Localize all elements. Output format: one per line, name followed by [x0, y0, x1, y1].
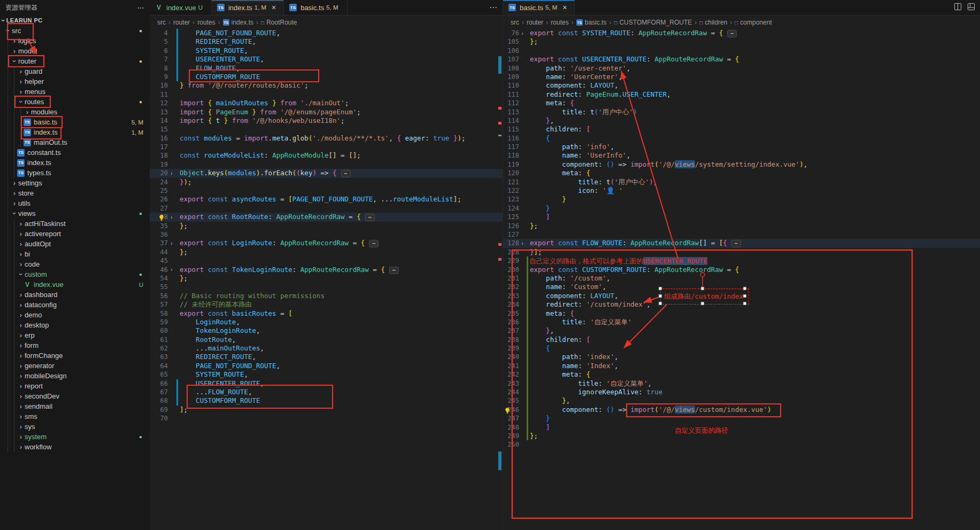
code-line-244[interactable]: 244 ignoreKeepAlive: true	[503, 388, 980, 396]
editor-more-actions-icon[interactable]: ⋯	[484, 3, 503, 12]
line-number[interactable]: 59	[150, 318, 168, 326]
folded-region-ellipsis[interactable]: ⋯	[341, 170, 351, 177]
code-line-61[interactable]: 61 RootRoute,	[150, 336, 503, 344]
line-number[interactable]: 69	[150, 406, 168, 414]
code-line-76[interactable]: 76›export const SYSTEM_ROUTE: AppRouteRe…	[503, 29, 980, 37]
breadcrumb-item-router[interactable]: router	[527, 19, 543, 26]
chevron-right-icon[interactable]: ›	[11, 37, 18, 45]
fold-chevron-icon[interactable]: ›	[168, 214, 175, 220]
tree-item-secondDev[interactable]: ›secondDev	[0, 391, 150, 401]
code-line-116[interactable]: 116 {	[503, 134, 980, 143]
code-line-245[interactable]: 245 },	[503, 396, 980, 405]
tree-item-settings[interactable]: ›settings	[0, 178, 150, 188]
line-number[interactable]: 105	[503, 37, 519, 46]
line-number[interactable]: 239	[503, 344, 519, 353]
code-line-123[interactable]: 123 }	[503, 195, 980, 204]
line-number[interactable]: 26	[150, 195, 168, 204]
line-number[interactable]: 122	[503, 186, 519, 195]
line-number[interactable]: 17	[150, 143, 168, 151]
line-number[interactable]: 68	[150, 396, 168, 405]
code-line-114[interactable]: 114 },	[503, 116, 980, 125]
code-line-70[interactable]: 70	[150, 414, 503, 423]
line-number[interactable]: 7	[150, 55, 168, 64]
code-line-107[interactable]: 107export const USERCENTER_ROUTE: AppRou…	[503, 55, 980, 64]
code-line-18[interactable]: 18const routeModuleList: AppRouteModule[…	[150, 151, 503, 160]
tree-item-mainOut.ts[interactable]: TSmainOut.ts	[0, 137, 150, 147]
line-number[interactable]: 116	[503, 134, 519, 143]
tree-item-form[interactable]: ›form	[0, 340, 150, 350]
line-number[interactable]: 231	[503, 274, 519, 283]
code-line-243[interactable]: 243 title: '自定义菜单',	[503, 379, 980, 388]
line-number[interactable]: 248	[503, 423, 519, 432]
line-number[interactable]: 233	[503, 292, 519, 300]
breadcrumb-item-src[interactable]: src	[511, 19, 519, 26]
breadcrumb-item-router[interactable]: router	[173, 19, 190, 26]
code-line-230[interactable]: 230export const CUSTOMFORM_ROUTE: AppRou…	[503, 266, 980, 274]
tree-item-index.vue[interactable]: Vindex.vueU	[0, 279, 150, 290]
code-line-235[interactable]: 235 meta: {	[503, 309, 980, 318]
line-number[interactable]: 118	[503, 151, 519, 160]
code-line-118[interactable]: 118 name: 'UserInfo',	[503, 151, 980, 160]
code-line-9[interactable]: 9 CUSTOMFORM_ROUTE	[150, 73, 503, 81]
code-line-231[interactable]: 231 path: '/custom',	[503, 274, 980, 283]
chevron-right-icon[interactable]: ›	[17, 220, 25, 228]
code-line-239[interactable]: 239 {	[503, 344, 980, 353]
code-line-125[interactable]: 125 ]	[503, 213, 980, 221]
chevron-right-icon[interactable]: ›	[11, 47, 18, 55]
line-number[interactable]: 57	[150, 300, 168, 309]
code-line-26[interactable]: 26export const asyncRoutes = [PAGE_NOT_F…	[150, 195, 503, 204]
line-number[interactable]: 16	[150, 134, 168, 143]
code-line-247[interactable]: 247 }	[503, 414, 980, 423]
code-line-15[interactable]: 15	[150, 125, 503, 134]
line-number[interactable]: 114	[503, 116, 519, 125]
line-number[interactable]: 245	[503, 396, 519, 405]
tree-item-sendmail[interactable]: ›sendmail	[0, 401, 150, 411]
chevron-right-icon[interactable]: ›	[17, 301, 25, 309]
line-number[interactable]: 70	[150, 414, 168, 423]
code-line-69[interactable]: 69];	[150, 406, 503, 414]
tree-item-report[interactable]: ›report	[0, 381, 150, 391]
line-number[interactable]: 110	[503, 81, 519, 90]
code-line-28[interactable]: 28›export const RootRoute: AppRouteRecor…	[150, 213, 503, 221]
line-number[interactable]: 11	[150, 90, 168, 99]
chevron-right-icon[interactable]: ›	[17, 392, 25, 400]
line-number[interactable]: 250	[503, 440, 519, 449]
code-line-237[interactable]: 237 },	[503, 326, 980, 335]
code-line-67[interactable]: 67 ...FLOW_ROUTE,	[150, 388, 503, 396]
chevron-right-icon[interactable]: ›	[17, 331, 25, 339]
code-line-54[interactable]: 54};	[150, 274, 503, 283]
annotation-route-compose-box[interactable]: 组成路由/custom/index	[660, 289, 749, 305]
chevron-down-icon[interactable]: ›	[17, 271, 25, 278]
chevron-right-icon[interactable]: ›	[17, 433, 25, 441]
code-line-124[interactable]: 124 }	[503, 204, 980, 213]
line-number[interactable]: 229	[503, 256, 519, 265]
breadcrumb-item-routes[interactable]: routes	[197, 19, 215, 26]
code-line-120[interactable]: 120 meta: {	[503, 169, 980, 177]
tree-item-types.ts[interactable]: TStypes.ts	[0, 168, 150, 178]
code-line-240[interactable]: 240 path: 'index',	[503, 353, 980, 361]
tree-item-formChange[interactable]: ›formChange	[0, 350, 150, 361]
split-editor-icon[interactable]	[954, 3, 962, 13]
code-line-121[interactable]: 121 title: t('用户中心'),	[503, 178, 980, 186]
tree-item-sys[interactable]: ›sys	[0, 422, 150, 432]
line-number[interactable]: 13	[150, 108, 168, 116]
code-editor-index-ts[interactable]: 4 PAGE_NOT_FOUND_ROUTE,5 REDIRECT_ROUTE,…	[150, 29, 503, 530]
line-number[interactable]: 106	[503, 46, 519, 55]
chevron-right-icon[interactable]: ›	[17, 311, 25, 319]
line-number[interactable]: 123	[503, 195, 519, 204]
line-number[interactable]: 15	[150, 125, 168, 134]
line-number[interactable]: 12	[150, 99, 168, 107]
code-line-117[interactable]: 117 path: 'info',	[503, 143, 980, 151]
chevron-right-icon[interactable]: ›	[11, 199, 18, 207]
tree-item-model[interactable]: ›model	[0, 46, 150, 56]
workspace-section-header[interactable]: › LEARUN PC	[0, 15, 150, 26]
code-line-27[interactable]: 27	[150, 204, 503, 213]
breadcrumb-item-basic.ts[interactable]: TSbasic.ts	[576, 19, 607, 26]
line-number[interactable]: 125	[503, 213, 519, 221]
code-line-108[interactable]: 108 path: '/user-center',	[503, 64, 980, 73]
code-line-126[interactable]: 126};	[503, 222, 980, 230]
tree-item-activereport[interactable]: ›activereport	[0, 229, 150, 239]
code-line-238[interactable]: 238 children: [	[503, 336, 980, 344]
code-line-19[interactable]: 19	[150, 160, 503, 169]
line-number[interactable]: 249	[503, 432, 519, 440]
